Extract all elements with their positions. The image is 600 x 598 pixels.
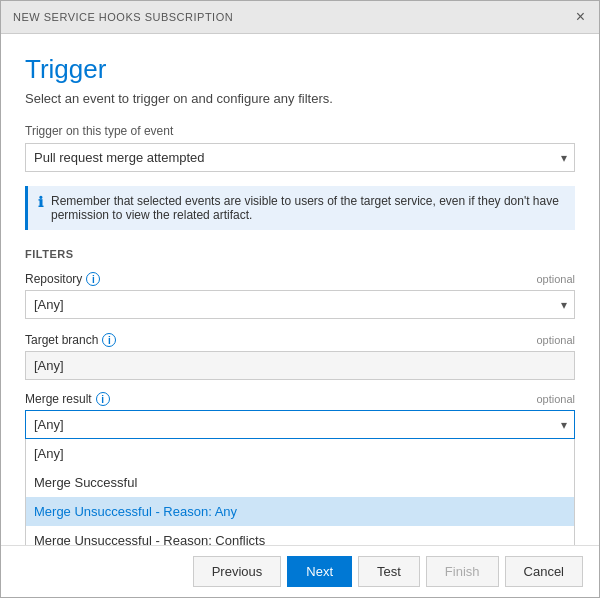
service-hooks-dialog: NEW SERVICE HOOKS SUBSCRIPTION × Trigger… — [0, 0, 600, 598]
list-item-selected[interactable]: Merge Unsuccessful - Reason: Any — [26, 497, 574, 526]
trigger-select-wrapper: Pull request merge attempted ▾ — [25, 143, 575, 172]
repository-select-wrapper: [Any] ▾ — [25, 290, 575, 319]
merge-result-options-list: [Any] Merge Successful Merge Unsuccessfu… — [25, 439, 575, 545]
merge-result-selected: [Any] — [34, 417, 64, 432]
page-title: Trigger — [25, 54, 575, 85]
trigger-select[interactable]: Pull request merge attempted — [25, 143, 575, 172]
merge-result-info-icon[interactable]: i — [96, 392, 110, 406]
repository-select[interactable]: [Any] — [25, 290, 575, 319]
merge-result-trigger[interactable]: [Any] — [25, 410, 575, 439]
cancel-button[interactable]: Cancel — [505, 556, 583, 587]
list-item[interactable]: Merge Unsuccessful - Reason: Conflicts — [26, 526, 574, 545]
test-button[interactable]: Test — [358, 556, 420, 587]
repository-label: Repository i — [25, 272, 100, 286]
next-button[interactable]: Next — [287, 556, 352, 587]
target-branch-input[interactable] — [25, 351, 575, 380]
merge-result-dropdown: [Any] ▾ [Any] Merge Successful Merge Uns… — [25, 410, 575, 545]
merge-result-label: Merge result i — [25, 392, 110, 406]
filters-section-label: FILTERS — [25, 248, 575, 260]
dialog-footer: Previous Next Test Finish Cancel — [1, 545, 599, 597]
dialog-body: Trigger Select an event to trigger on an… — [1, 34, 599, 545]
close-button[interactable]: × — [574, 9, 587, 25]
trigger-field-label: Trigger on this type of event — [25, 124, 575, 138]
repository-info-icon[interactable]: i — [86, 272, 100, 286]
target-branch-info-icon[interactable]: i — [102, 333, 116, 347]
repository-optional: optional — [536, 273, 575, 285]
filters-section: FILTERS Repository i optional [Any] ▾ Ta… — [25, 248, 575, 545]
list-item[interactable]: [Any] — [26, 439, 574, 468]
info-message-text: Remember that selected events are visibl… — [51, 194, 565, 222]
list-item[interactable]: Merge Successful — [26, 468, 574, 497]
page-subtitle: Select an event to trigger on and config… — [25, 91, 575, 106]
merge-result-field-row: Merge result i optional — [25, 392, 575, 406]
dialog-titlebar: NEW SERVICE HOOKS SUBSCRIPTION × — [1, 1, 599, 34]
info-icon: ℹ — [38, 194, 43, 210]
target-branch-field-row: Target branch i optional — [25, 333, 575, 347]
target-branch-optional: optional — [536, 334, 575, 346]
finish-button[interactable]: Finish — [426, 556, 499, 587]
repository-field-row: Repository i optional — [25, 272, 575, 286]
target-branch-label: Target branch i — [25, 333, 116, 347]
merge-result-optional: optional — [536, 393, 575, 405]
merge-result-trigger-wrap: [Any] ▾ — [25, 410, 575, 439]
info-message-box: ℹ Remember that selected events are visi… — [25, 186, 575, 230]
dialog-title: NEW SERVICE HOOKS SUBSCRIPTION — [13, 11, 233, 23]
previous-button[interactable]: Previous — [193, 556, 282, 587]
